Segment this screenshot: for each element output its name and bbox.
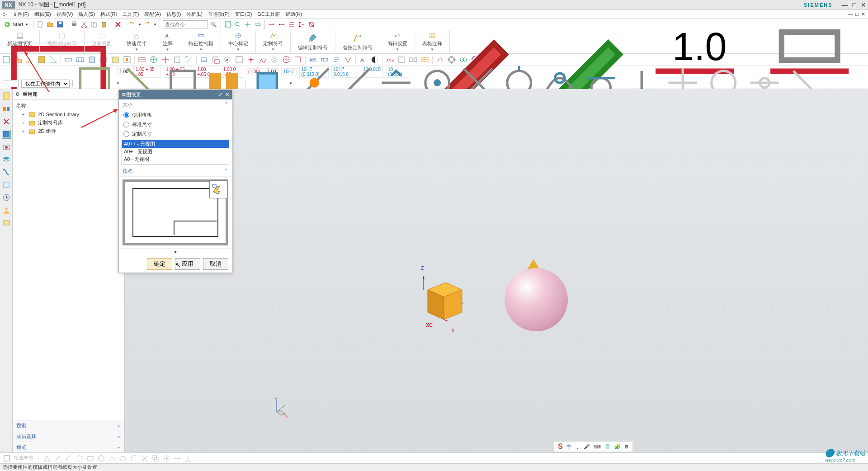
doc-close-button[interactable]: ✕	[861, 11, 865, 17]
ime-settings-icon[interactable]: ⚙	[624, 444, 629, 450]
fit-icon[interactable]	[224, 20, 232, 28]
ime-mode[interactable]: 中	[566, 443, 571, 450]
drafting-icon-generic[interactable]	[344, 55, 353, 64]
radio-input[interactable]	[123, 112, 129, 118]
ribbon-table-note[interactable]: 表格注释 ▼	[415, 30, 450, 53]
menu-prefs[interactable]: 首选项(P)	[205, 10, 232, 19]
layers-tab[interactable]	[2, 155, 11, 164]
sketch-circle-icon[interactable]	[75, 454, 84, 462]
sketch-constraint-icon[interactable]	[184, 454, 192, 462]
dialog-expand-button[interactable]: ⤢	[218, 92, 222, 98]
ribbon-replace-symbol[interactable]: 替换定制符号	[335, 30, 380, 53]
drafting-icon-generic[interactable]	[270, 55, 279, 64]
apply-button[interactable]: 应用	[175, 258, 200, 270]
sketch-ellipse-icon[interactable]	[119, 454, 127, 462]
rotate-icon[interactable]	[254, 20, 262, 28]
command-search-input[interactable]	[163, 20, 208, 28]
template-listbox[interactable]: A0++ - 无视图 A0+ - 无视图 A0 - 无视图 A1 - 无视图	[122, 140, 229, 165]
sketch-mirror-icon[interactable]	[162, 454, 170, 462]
drafting-icon-generic[interactable]	[137, 55, 146, 64]
drafting-icon-generic[interactable]	[161, 55, 170, 64]
sketch-spline-icon[interactable]	[108, 454, 116, 462]
drafting-icon-generic[interactable]: A	[223, 55, 232, 64]
minimize-button[interactable]: —	[842, 1, 848, 9]
menu-tools[interactable]: 工具(T)	[120, 10, 142, 19]
menu-window[interactable]: 窗口(O)	[232, 10, 255, 19]
drafting-icon-generic[interactable]	[235, 55, 244, 64]
roles-tab[interactable]	[2, 206, 11, 215]
dim-style-4-icon[interactable]	[297, 20, 306, 28]
list-item[interactable]: A0++ - 无视图	[122, 140, 229, 148]
drafting-icon-generic[interactable]: ABC	[308, 55, 317, 64]
dim-style-3-icon[interactable]	[288, 20, 296, 28]
menu-edit[interactable]: 编辑(E)	[32, 10, 54, 19]
hd3d-tab[interactable]	[2, 142, 11, 151]
maximize-button[interactable]: □	[853, 1, 856, 9]
redo-icon[interactable]	[143, 20, 151, 28]
dialog-titlebar[interactable]: ⚙ 图纸页 ⤢ ✕	[119, 90, 232, 99]
menu-assembly[interactable]: 装配(A)	[142, 10, 164, 19]
drafting-icon-generic[interactable]	[293, 55, 302, 64]
menu-info[interactable]: 信息(I)	[164, 10, 184, 19]
menu-view[interactable]: 视图(V)	[54, 10, 76, 19]
drafting-icon-generic[interactable]	[332, 55, 341, 64]
sketch-fillet-icon[interactable]	[130, 454, 138, 462]
ribbon-fcf[interactable]: 特征控制框 ▼	[181, 30, 221, 53]
doc-minimize-button[interactable]: —	[848, 11, 853, 17]
dim-style-5-icon[interactable]	[307, 20, 316, 28]
dim-style-2-icon[interactable]	[278, 20, 286, 28]
search-icon[interactable]: 🔍	[210, 20, 218, 28]
radio-input[interactable]	[123, 122, 129, 127]
list-item[interactable]: A0 - 无视图	[122, 155, 229, 163]
drafting-icon-generic[interactable]	[184, 55, 193, 64]
graphics-canvas[interactable]: Z Y XC X z x	[125, 89, 868, 452]
drafting-icon-generic[interactable]	[246, 55, 255, 64]
menu-file[interactable]: 文件(F)	[10, 10, 32, 19]
ribbon-center-mark[interactable]: 中心标记 ▼	[221, 30, 256, 53]
sketch-trim-icon[interactable]	[141, 454, 149, 462]
ime-skin-icon[interactable]: 👕	[604, 444, 611, 450]
cancel-button[interactable]: 取消	[203, 258, 228, 270]
constraint-navigator-tab[interactable]	[2, 117, 11, 126]
dialog-preview-header[interactable]: 预览⌃	[119, 166, 232, 177]
sketch-line-icon[interactable]	[54, 454, 62, 462]
panel-member-section[interactable]: 成员选择⌄	[13, 431, 124, 442]
menu-analysis[interactable]: 分析(L)	[184, 10, 205, 19]
dim-style-1-icon[interactable]	[268, 20, 276, 28]
drafting-icon-generic[interactable]	[258, 55, 267, 64]
gear-icon[interactable]: ⚙	[15, 91, 20, 97]
drafting-icon-generic[interactable]	[123, 55, 132, 64]
ribbon-note[interactable]: A 注释 ▼	[154, 30, 181, 53]
drafting-icon-generic[interactable]: ⊥	[199, 55, 208, 64]
sketch-arc-icon[interactable]	[65, 454, 73, 462]
sketch-dim-icon[interactable]	[173, 454, 181, 462]
history-tab[interactable]	[2, 180, 11, 189]
sketch-rect-icon[interactable]	[86, 454, 94, 462]
radio-custom[interactable]: 定制尺寸	[119, 129, 232, 139]
menu-gctoolbox[interactable]: GC工具箱	[255, 10, 283, 19]
history-clock-tab[interactable]	[2, 193, 11, 202]
drafting-icon-generic[interactable]: XYZ	[385, 55, 394, 64]
drafting-icon-generic[interactable]	[149, 55, 158, 64]
menu-insert[interactable]: 插入(S)	[75, 10, 98, 19]
doc-maximize-button[interactable]: □	[855, 11, 859, 17]
pan-icon[interactable]	[244, 20, 252, 28]
drafting-icon-generic[interactable]	[320, 55, 329, 64]
dialog-close-button[interactable]: ✕	[225, 92, 229, 98]
delete-icon[interactable]	[114, 20, 122, 28]
ime-keyboard-icon[interactable]: ⌨	[594, 444, 601, 450]
reuse-library-tab[interactable]	[2, 130, 11, 139]
radio-template[interactable]: 使用模板	[119, 110, 232, 120]
ribbon-edit-settings[interactable]: A 编辑设置 ▼	[380, 30, 415, 53]
ribbon-quick-dim[interactable]: 快速尺寸 ▼	[119, 30, 154, 53]
undo-icon[interactable]	[128, 20, 136, 28]
menu-help[interactable]: 帮助(H)	[283, 10, 305, 19]
radio-input[interactable]	[123, 131, 129, 137]
assembly-navigator-tab[interactable]	[2, 104, 11, 113]
ime-punct-icon[interactable]: ，	[575, 443, 580, 450]
ribbon-edit-symbol[interactable]: 编辑定制符号	[291, 30, 335, 53]
sketch-polygon-icon[interactable]	[97, 454, 105, 462]
drafting-icon-generic[interactable]: A	[359, 55, 368, 64]
dialog-size-header[interactable]: 大小⌃	[119, 99, 232, 110]
sketch-icon[interactable]	[3, 454, 11, 462]
